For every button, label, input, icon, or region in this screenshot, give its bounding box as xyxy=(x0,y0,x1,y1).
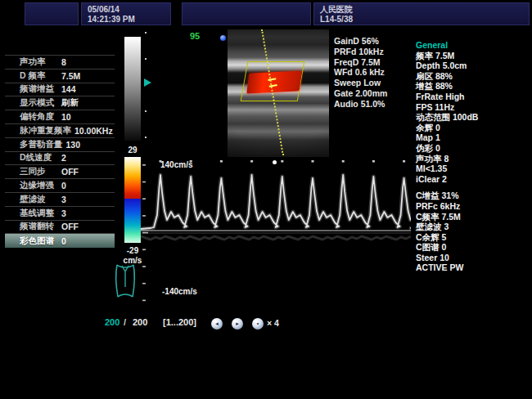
hospital-name: 人民医院 xyxy=(320,5,523,15)
menu-label: 彩色图谱 xyxy=(20,235,58,247)
menu-value: 7.5M xyxy=(61,71,80,81)
panel-line: 频率 7.5M xyxy=(416,51,530,61)
ultrasound-screen: 05/06/14 14:21:39 PM 人民医院 L14-5/38 声功率8 … xyxy=(0,0,532,399)
menu-label: D 频率 xyxy=(20,70,58,82)
panel-line: 壁滤波 3 xyxy=(416,222,530,232)
bmode-image[interactable] xyxy=(228,29,329,157)
menu-item-spectrum-invert[interactable]: 频谱翻转OFF xyxy=(5,221,115,235)
menu-item-acoustic-power[interactable]: 声功率8 xyxy=(5,56,115,69)
panel-line: iClear 2 xyxy=(416,174,530,185)
cine-current-frame: 200 xyxy=(105,317,119,327)
panel-line: FrRate High xyxy=(416,92,530,102)
overlay-line: Gate 2.00mm xyxy=(334,88,387,99)
panel-line: FPS 11Hz xyxy=(416,102,530,113)
panel-line: Depth 5.0cm xyxy=(416,61,530,71)
menu-label: 多普勒音量 xyxy=(20,139,63,150)
sample-gate-icon[interactable] xyxy=(268,78,277,87)
time-text: 14:21:39 PM xyxy=(88,15,165,25)
hospital-cell: 人民医院 L14-5/38 xyxy=(313,2,530,25)
menu-item-display-mode[interactable]: 显示模式刷新 xyxy=(5,96,115,110)
parameter-menu: 声功率8 D 频率7.5M 频谱增益144 显示模式刷新 偏转角度10 脉冲重复… xyxy=(5,55,115,248)
menu-value: OFF xyxy=(61,222,79,231)
cine-total-frames: 200 xyxy=(133,317,147,327)
cine-slash: / xyxy=(124,317,126,327)
probe-model: L14-5/38 xyxy=(320,15,523,25)
menu-label: 显示模式 xyxy=(20,97,58,109)
panel-line: 伪彩 0 xyxy=(416,143,530,154)
menu-label: 壁滤波 xyxy=(20,194,58,205)
overlay-line: GainD 56% xyxy=(334,36,387,47)
menu-label: 频谱翻转 xyxy=(20,221,58,232)
focus-marker-icon[interactable] xyxy=(144,78,151,87)
datetime-cell: 05/06/14 14:21:39 PM xyxy=(81,2,171,25)
menu-value: 刷新 xyxy=(61,97,79,109)
menu-label: 三同步 xyxy=(20,166,58,177)
menu-item-d-line-speed[interactable]: D线速度2 xyxy=(5,152,115,166)
grayscale-bar xyxy=(124,37,141,141)
menu-label: 声功率 xyxy=(20,56,58,68)
overlay-line: Sweep Low xyxy=(334,78,387,88)
overlay-line: FreqD 7.5M xyxy=(334,57,387,68)
menu-value: 8 xyxy=(61,57,66,67)
color-doppler-bar-positive xyxy=(124,157,141,199)
menu-item-triplex[interactable]: 三同步OFF xyxy=(5,165,115,179)
menu-item-baseline[interactable]: 基线调整3 xyxy=(5,207,115,221)
menu-value: 0 xyxy=(61,236,66,246)
image-parameter-panel: General 频率 7.5M Depth 5.0cm 扇区 88% 增益 88… xyxy=(416,40,530,273)
menu-item-doppler-volume[interactable]: 多普勒音量130 xyxy=(5,138,115,152)
depth-tick xyxy=(145,58,147,60)
panel-line: 声功率 8 xyxy=(416,154,530,164)
menu-value: 3 xyxy=(61,208,66,218)
menu-label: 边缘增强 xyxy=(20,180,58,191)
panel-line: 余辉 0 xyxy=(416,123,530,133)
color-doppler-bar-negative xyxy=(124,199,141,243)
sweep-position-dot xyxy=(273,160,277,164)
panel-line: ACTIVE PW xyxy=(416,262,530,273)
velocity-scale-bottom: -140cm/s xyxy=(162,287,197,296)
panel-section-title: General xyxy=(416,40,530,51)
menu-item-steer-angle[interactable]: 偏转角度10 xyxy=(5,110,115,124)
color-scale-max: 29 xyxy=(124,146,141,155)
doppler-overlay: GainD 56% PRFd 10kHz FreqD 7.5M WFd 0.6 … xyxy=(334,36,387,110)
header-left-cell xyxy=(25,2,79,25)
cine-stop-button[interactable]: • xyxy=(252,318,264,330)
menu-item-prf[interactable]: 脉冲重复频率10.00KHz xyxy=(5,124,115,138)
menu-value: 130 xyxy=(66,140,81,150)
menu-item-d-frequency[interactable]: D 频率7.5M xyxy=(5,69,115,83)
marker-dot-icon xyxy=(220,35,226,41)
panel-line: Steer 10 xyxy=(416,253,530,263)
panel-line: Map 1 xyxy=(416,132,530,143)
overlay-line: PRFd 10kHz xyxy=(334,47,387,57)
menu-label: D线速度 xyxy=(20,152,58,164)
menu-value: 3 xyxy=(61,195,66,204)
depth-tick xyxy=(145,110,147,112)
cine-speed-multiplier: × 4 xyxy=(267,318,279,328)
panel-line: MI<1.35 xyxy=(416,164,530,174)
menu-item-color-map-selected[interactable]: 彩色图谱0 xyxy=(5,234,115,248)
menu-value: 2 xyxy=(61,153,66,163)
menu-value: 0 xyxy=(61,181,66,191)
panel-line: 扇区 88% xyxy=(416,71,530,82)
menu-label: 频谱增益 xyxy=(20,83,58,95)
panel-line: C余辉 5 xyxy=(416,232,530,243)
menu-label: 基线调整 xyxy=(20,208,58,219)
velocity-scale-top: 140cm/s xyxy=(160,160,192,169)
overlay-line: Audio 51.0% xyxy=(334,99,387,110)
spectral-doppler-display xyxy=(141,159,411,307)
menu-value: 10.00KHz xyxy=(74,126,113,136)
panel-line: 增益 88% xyxy=(416,81,530,92)
cine-step-back-button[interactable]: ◂ xyxy=(211,318,223,330)
depth-tick xyxy=(145,137,147,138)
menu-item-spectrum-gain[interactable]: 频谱增益144 xyxy=(5,83,115,97)
body-mark-icon[interactable] xyxy=(111,262,139,300)
panel-line: C频率 7.5M xyxy=(416,212,530,222)
menu-item-edge-enhance[interactable]: 边缘增强0 xyxy=(5,179,115,193)
panel-line: C增益 31% xyxy=(416,191,530,201)
panel-line: PRFc 6kHz xyxy=(416,201,530,212)
cine-play-button[interactable]: ▸ xyxy=(232,318,243,330)
menu-value: 144 xyxy=(61,84,76,94)
overlay-line: WFd 0.6 kHz xyxy=(334,67,387,78)
panel-line: C图谱 0 xyxy=(416,242,530,253)
menu-item-wall-filter[interactable]: 壁滤波3 xyxy=(5,193,115,207)
menu-label: 脉冲重复频率 xyxy=(20,125,71,137)
